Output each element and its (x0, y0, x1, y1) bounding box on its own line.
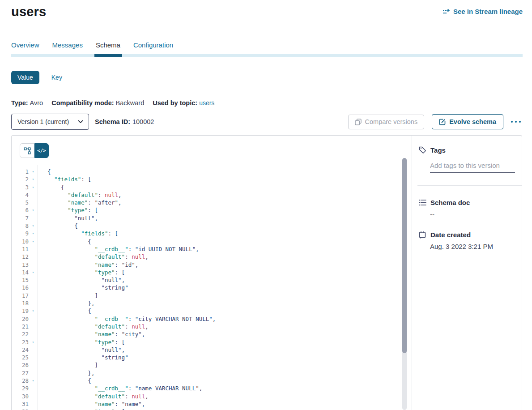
code-text: "name": "name", (38, 400, 145, 408)
tab-messages[interactable]: Messages (52, 41, 83, 53)
line-number: 13 (12, 261, 29, 269)
line-number: 2 (12, 175, 29, 183)
code-text: "string" (38, 354, 128, 361)
code-text: "__crdb__": "name VARCHAR NULL", (38, 384, 202, 392)
code-line: 9▾"fields": [ (12, 230, 412, 237)
schema-sidebar: Tags Schema doc -- (412, 136, 522, 410)
code-line: 1▾{ (12, 168, 412, 175)
fold-toggle-icon[interactable]: ▾ (29, 338, 38, 346)
fold-spacer (29, 261, 38, 269)
code-text: "null", (38, 276, 125, 284)
line-number: 16 (12, 284, 29, 291)
value-toggle-button[interactable]: Value (11, 71, 39, 84)
fold-toggle-icon[interactable]: ▾ (29, 175, 38, 183)
line-number: 29 (12, 384, 29, 392)
fold-spacer (29, 361, 38, 369)
line-number: 3 (12, 184, 29, 191)
tree-view-button[interactable] (20, 143, 34, 158)
used-by-topic: Used by topic:users (153, 99, 214, 107)
line-number: 32 (12, 408, 29, 410)
line-number: 11 (12, 245, 29, 253)
key-toggle-link[interactable]: Key (51, 74, 62, 81)
see-in-stream-lineage-link[interactable]: See in Stream lineage (443, 8, 523, 15)
code-line: 11"__crdb__": "id UUID NOT NULL", (12, 245, 412, 253)
code-line: 13"name": "id", (12, 261, 412, 269)
fold-toggle-icon[interactable]: ▾ (29, 377, 38, 384)
line-number: 9 (12, 230, 29, 237)
line-number: 24 (12, 346, 29, 354)
line-number: 23 (12, 338, 29, 346)
code-line: 28▾{ (12, 377, 412, 384)
code-line: 18}, (12, 299, 412, 307)
code-line: 30"default": null, (12, 393, 412, 400)
code-text: "default": null, (38, 323, 149, 330)
versions-copy-icon (355, 119, 362, 125)
date-created-section: Date created Aug. 3 2022 3:21 PM (419, 231, 522, 250)
code-line: 17] (12, 292, 412, 299)
compare-versions-button[interactable]: Compare versions (348, 115, 425, 129)
version-toolbar: Version 1 (current) Schema ID:100002 Com… (11, 114, 523, 130)
date-created-value: Aug. 3 2022 3:21 PM (430, 243, 522, 250)
fold-spacer (29, 354, 38, 361)
fold-toggle-icon[interactable]: ▾ (29, 269, 38, 276)
line-number: 10 (12, 238, 29, 245)
code-line: 19▾{ (12, 307, 412, 315)
line-number: 12 (12, 253, 29, 261)
code-text: "fields": [ (38, 175, 91, 183)
gutter-separator (38, 165, 38, 410)
code-line: 32▾"type": [ (12, 408, 412, 410)
editor-scrollbar[interactable] (402, 158, 407, 410)
code-text: { (38, 377, 91, 384)
code-view-icon: </> (37, 148, 46, 154)
code-text: "null", (38, 214, 98, 222)
code-line: 24"null", (12, 346, 412, 354)
line-number: 15 (12, 276, 29, 284)
evolve-schema-button[interactable]: Evolve schema (432, 114, 503, 129)
line-number: 4 (12, 191, 29, 199)
tab-schema[interactable]: Schema (96, 41, 120, 53)
tab-configuration[interactable]: Configuration (133, 41, 173, 53)
editor-scrollbar-thumb[interactable] (402, 158, 407, 353)
code-line: 2▾"fields": [ (12, 175, 412, 183)
editor-view-toggle: </> (20, 143, 412, 158)
code-line: 23▾"type": [ (12, 338, 412, 346)
fold-toggle-icon[interactable]: ▾ (29, 230, 38, 237)
code-line: 26] (12, 361, 412, 369)
fold-spacer (29, 292, 38, 299)
line-number: 5 (12, 199, 29, 206)
fold-spacer (29, 299, 38, 307)
tag-icon (419, 146, 426, 154)
fold-toggle-icon[interactable]: ▾ (29, 222, 38, 230)
fold-spacer (29, 214, 38, 222)
fold-toggle-icon[interactable]: ▾ (29, 184, 38, 191)
code-lines: 1▾{2▾"fields": [3▾{4"default": null,5"na… (12, 165, 412, 410)
line-number: 22 (12, 330, 29, 338)
fold-toggle-icon[interactable]: ▾ (29, 408, 38, 410)
code-line: 15"null", (12, 276, 412, 284)
schema-meta-row: Type:Avro Compatibility mode:Backward Us… (11, 99, 523, 107)
topic-tabs: Overview Messages Schema Configuration (11, 41, 523, 57)
fold-toggle-icon[interactable]: ▾ (29, 238, 38, 245)
tab-overview[interactable]: Overview (11, 41, 39, 53)
date-created-heading: Date created (419, 231, 522, 239)
code-line: 16"string" (12, 284, 412, 291)
fold-spacer (29, 400, 38, 408)
code-line: 5"name": "after", (12, 199, 412, 206)
calendar-add-icon (419, 231, 426, 239)
fold-toggle-icon[interactable]: ▾ (29, 206, 38, 214)
version-select[interactable]: Version 1 (current) (11, 114, 89, 130)
code-text: "default": null, (38, 253, 149, 261)
fold-toggle-icon[interactable]: ▾ (29, 168, 38, 175)
code-scroll-area: 1▾{2▾"fields": [3▾{4"default": null,5"na… (12, 165, 412, 410)
line-number: 31 (12, 400, 29, 408)
code-view-button[interactable]: </> (34, 143, 49, 158)
fold-toggle-icon[interactable]: ▾ (29, 307, 38, 315)
more-options-button[interactable] (509, 118, 523, 126)
topic-users-link[interactable]: users (199, 99, 214, 107)
code-line: 27}, (12, 369, 412, 377)
code-text: "type": [ (38, 206, 98, 214)
line-number: 28 (12, 377, 29, 384)
code-text: "type": [ (38, 338, 125, 346)
add-tags-input[interactable] (430, 160, 515, 173)
tags-heading: Tags (419, 146, 522, 154)
